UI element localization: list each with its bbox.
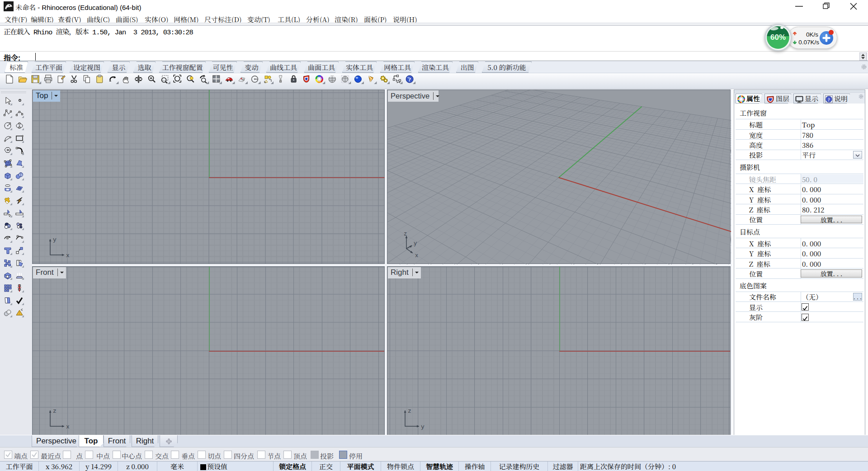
svg-text:0K/s: 0K/s [806,31,818,38]
svg-text:x: x [415,253,418,259]
svg-text:y: y [414,240,417,247]
svg-text:y: y [421,424,425,430]
svg-text:z: z [404,232,407,237]
svg-text:x: x [66,424,70,430]
svg-text:x: x [66,252,70,259]
svg-text:?: ? [828,96,830,103]
svg-text:0.07K/s: 0.07K/s [798,39,819,46]
svg-text:z: z [53,408,57,414]
svg-text:y: y [53,236,57,243]
svg-text:z: z [408,408,411,414]
